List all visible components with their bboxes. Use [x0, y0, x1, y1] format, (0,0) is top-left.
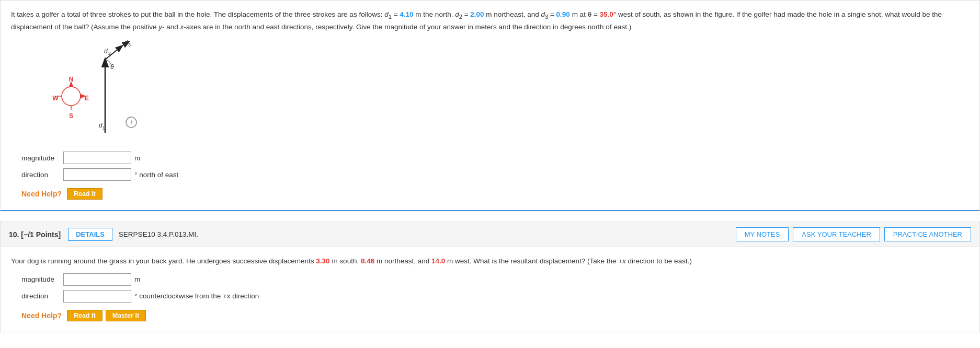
problem-text-9: It takes a golfer a total of three strok…: [11, 9, 969, 32]
read-it-button-10[interactable]: Read It: [67, 310, 102, 321]
svg-text:d: d: [104, 48, 108, 55]
magnitude-input-10[interactable]: [63, 273, 131, 286]
svg-line-12: [105, 46, 122, 60]
section-10-body: Your dog is running around the grass in …: [0, 247, 980, 332]
direction-label-9: direction: [21, 171, 63, 179]
magnitude-unit-10: m: [134, 275, 140, 283]
magnitude-row-10: magnitude m: [21, 273, 969, 286]
question-10-header: 10. [−/1 Points] DETAILS SERPSE10 3.4.P.…: [0, 222, 980, 247]
read-it-button-9[interactable]: Read It: [67, 188, 102, 200]
details-button-10[interactable]: DETAILS: [68, 228, 112, 241]
svg-text:N: N: [69, 76, 74, 83]
svg-text:1: 1: [102, 125, 105, 131]
svg-text:S: S: [69, 112, 73, 120]
svg-text:d: d: [99, 122, 102, 129]
svg-point-4: [62, 87, 81, 106]
direction-input-10[interactable]: [63, 290, 131, 303]
figure-area: N S E W: [42, 39, 969, 143]
ask-teacher-button[interactable]: ASK YOUR TEACHER: [793, 227, 880, 241]
need-help-row-9: Need Help? Read It: [21, 188, 969, 200]
direction-row-9: direction ° north of east: [21, 168, 969, 181]
direction-unit-9: ° north of east: [134, 171, 178, 179]
magnitude-unit-9: m: [134, 154, 140, 162]
need-help-label-9: Need Help?: [21, 190, 62, 198]
svg-text:3: 3: [128, 42, 131, 48]
direction-row-10: direction ° counterclockwise from the +x…: [21, 290, 969, 303]
magnitude-row-9: magnitude m: [21, 152, 969, 164]
header-buttons-10: MY NOTES ASK YOUR TEACHER PRACTICE ANOTH…: [736, 227, 971, 241]
problem-code-10: SERPSE10 3.4.P.013.MI.: [119, 230, 736, 238]
magnitude-label-10: magnitude: [21, 275, 63, 283]
my-notes-button[interactable]: MY NOTES: [736, 227, 789, 241]
practice-another-button[interactable]: PRACTICE ANOTHER: [884, 227, 971, 241]
svg-text:2: 2: [108, 51, 111, 56]
section-9: It takes a golfer a total of three strok…: [0, 0, 980, 211]
direction-input-9[interactable]: [63, 168, 131, 181]
svg-text:d: d: [124, 39, 128, 47]
magnitude-label-9: magnitude: [21, 154, 63, 162]
svg-text:W: W: [52, 95, 59, 102]
figure-svg: N S E W: [42, 39, 147, 143]
direction-unit-10: ° counterclockwise from the +x direction: [134, 292, 259, 300]
problem-text-10: Your dog is running around the grass in …: [11, 256, 969, 267]
svg-text:E: E: [85, 95, 89, 102]
svg-text:i: i: [131, 119, 132, 126]
question-number-10: 10. [−/1 Points]: [9, 230, 61, 239]
need-help-row-10: Need Help? Read It Master It: [21, 310, 969, 321]
direction-label-10: direction: [21, 292, 63, 300]
magnitude-input-9[interactable]: [63, 152, 131, 164]
need-help-label-10: Need Help?: [21, 311, 62, 320]
master-it-button-10[interactable]: Master It: [106, 310, 146, 321]
